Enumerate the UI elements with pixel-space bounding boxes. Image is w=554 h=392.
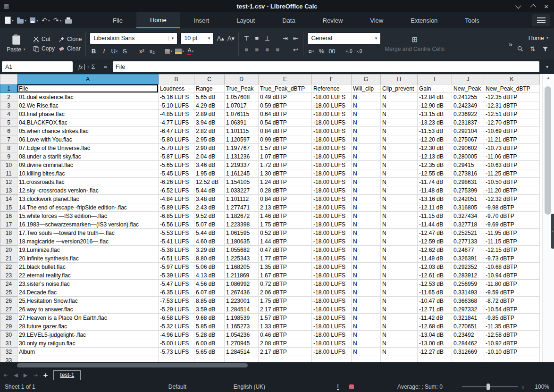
cell[interactable]: 0.49 dBTP bbox=[259, 93, 312, 101]
formula-button[interactable]: = bbox=[101, 63, 110, 70]
cell[interactable]: -18.00 LUFS bbox=[312, 127, 352, 135]
cell[interactable]: 8.85 dB bbox=[194, 297, 225, 305]
cell[interactable]: 5.65 dB bbox=[194, 348, 225, 356]
cell[interactable]: 04.BLACKFOX.flac bbox=[17, 118, 159, 127]
cell[interactable]: -18.00 LUFS bbox=[312, 288, 352, 297]
cell[interactable]: 1.277471 bbox=[225, 203, 259, 212]
cell[interactable]: -10.54 dBTP bbox=[484, 305, 540, 314]
cell[interactable]: 1.284514 bbox=[225, 305, 259, 314]
cell[interactable]: N bbox=[381, 152, 418, 161]
cell[interactable]: N bbox=[381, 237, 418, 246]
cell[interactable]: -5.16 LUFS bbox=[159, 93, 194, 101]
cell[interactable]: -11.48 dB bbox=[418, 186, 452, 195]
cell[interactable]: -11.35 dBTP bbox=[484, 322, 540, 331]
cell[interactable]: N bbox=[352, 348, 381, 356]
row-header-33[interactable]: 33 bbox=[0, 356, 17, 363]
ribbon-tab-extension[interactable]: Extension bbox=[397, 12, 451, 28]
cell[interactable]: -13.00 dB bbox=[418, 339, 452, 348]
ribbon-tab-tools[interactable]: Tools bbox=[451, 12, 493, 28]
row-header-29[interactable]: 29 bbox=[0, 322, 17, 331]
cell[interactable]: N bbox=[352, 339, 381, 348]
row-header-32[interactable]: 32 bbox=[0, 348, 17, 356]
cell[interactable]: -18.00 LUFS bbox=[312, 331, 352, 339]
maximize-button[interactable] bbox=[530, 2, 535, 10]
cell[interactable]: 2.17 dBTP bbox=[259, 348, 312, 356]
row-header-16[interactable]: 16 bbox=[0, 212, 17, 220]
row-header-25[interactable]: 25 bbox=[0, 288, 17, 297]
cell[interactable]: N bbox=[381, 246, 418, 254]
cell[interactable]: 1.77 dBTP bbox=[259, 254, 312, 263]
cell[interactable]: 2.13 dBTP bbox=[259, 203, 312, 212]
cell[interactable]: New_Peak bbox=[452, 84, 484, 93]
cell[interactable]: 1.67 dBTP bbox=[259, 271, 312, 280]
cell[interactable]: N bbox=[352, 127, 381, 135]
cell[interactable]: 0.231837 bbox=[452, 118, 484, 127]
row-header-30[interactable]: 30 bbox=[0, 331, 17, 339]
cell[interactable]: 18.magicaride —version2016—.flac bbox=[17, 237, 159, 246]
cell[interactable]: N bbox=[352, 263, 381, 271]
cell[interactable] bbox=[17, 356, 159, 363]
cell[interactable]: -10.94 dBTP bbox=[484, 271, 540, 280]
next-sheet-button[interactable]: ▶ bbox=[24, 372, 27, 378]
undo-button[interactable]: ↶▾ bbox=[42, 17, 50, 24]
cell[interactable]: -11.21 dBTP bbox=[484, 135, 540, 144]
highlight-color-button[interactable]: ▾ bbox=[175, 47, 184, 56]
cell[interactable]: -18.00 LUFS bbox=[312, 314, 352, 322]
cell[interactable]: 4.13 dB bbox=[194, 271, 225, 280]
cell[interactable]: -18.00 LUFS bbox=[312, 110, 352, 118]
cell[interactable]: -10.50 dBTP bbox=[484, 178, 540, 186]
cell[interactable]: -13.23 dB bbox=[418, 118, 452, 127]
cell[interactable]: -18.00 LUFS bbox=[312, 220, 352, 229]
cell[interactable]: N bbox=[352, 169, 381, 178]
cell[interactable]: 0.47 dBTP bbox=[259, 246, 312, 254]
cell[interactable]: 25.Hesitation Snow.flac bbox=[17, 297, 159, 305]
cell[interactable]: N bbox=[381, 127, 418, 135]
ribbon-tab-insert[interactable]: Insert bbox=[180, 12, 223, 28]
cell[interactable]: 03.final phase.flac bbox=[17, 110, 159, 118]
cell[interactable]: N bbox=[352, 152, 381, 161]
sidebar-toggle-button[interactable]: ‹ bbox=[551, 214, 554, 249]
cell[interactable]: -5.38 LUFS bbox=[159, 246, 194, 254]
cell[interactable]: -11.25 dBTP bbox=[484, 169, 540, 178]
cell[interactable]: N bbox=[381, 178, 418, 186]
row-header-7[interactable]: 7 bbox=[0, 135, 17, 144]
last-sheet-button[interactable]: ⇥ bbox=[33, 372, 37, 378]
cell[interactable]: 1.086992 bbox=[225, 280, 259, 288]
function-wizard-button[interactable]: fx bbox=[76, 63, 85, 71]
row-header-4[interactable]: 4 bbox=[0, 110, 17, 118]
cell[interactable]: N bbox=[352, 101, 381, 110]
cell[interactable]: 0.298631 bbox=[452, 178, 484, 186]
cell[interactable]: 2.06 dBTP bbox=[259, 288, 312, 297]
row-header-23[interactable]: 23 bbox=[0, 271, 17, 280]
cell[interactable]: -5.29 LUFS bbox=[159, 305, 194, 314]
cell[interactable]: -5.70 LUFS bbox=[159, 144, 194, 152]
print-button[interactable] bbox=[65, 17, 72, 24]
row-header-10[interactable]: 10 bbox=[0, 161, 17, 169]
cell[interactable]: -6.85 LUFS bbox=[159, 212, 194, 220]
ribbon-tab-data[interactable]: Data bbox=[269, 12, 309, 28]
add-decimal-button[interactable]: +.0 bbox=[345, 47, 353, 56]
cell[interactable]: N bbox=[352, 110, 381, 118]
cell[interactable]: 1.211869 bbox=[225, 271, 259, 280]
cell[interactable]: 5.65 dB bbox=[194, 93, 225, 101]
cell[interactable]: 19.Luminize.flac bbox=[17, 246, 159, 254]
row-header-12[interactable]: 12 bbox=[0, 178, 17, 186]
cell[interactable]: N bbox=[352, 195, 381, 203]
cell[interactable]: 16.1983—schwarzesmarken—(IS3 version).fl… bbox=[17, 220, 159, 229]
cell[interactable]: -12.68 dB bbox=[418, 322, 452, 331]
cell[interactable]: 1.061595 bbox=[225, 229, 259, 237]
row-header-8[interactable]: 8 bbox=[0, 144, 17, 152]
cell[interactable]: N bbox=[352, 314, 381, 322]
cell[interactable]: N bbox=[381, 144, 418, 152]
row-header-6[interactable]: 6 bbox=[0, 127, 17, 135]
search-icon[interactable] bbox=[517, 46, 523, 52]
cell[interactable]: N bbox=[352, 246, 381, 254]
cell[interactable]: 27.Heaven is a Place On Earth.flac bbox=[17, 314, 159, 322]
cell[interactable]: 2.89 dB bbox=[194, 110, 225, 118]
cell[interactable]: 0.236922 bbox=[452, 110, 484, 118]
cell[interactable]: -12.31 dBTP bbox=[484, 101, 540, 110]
active-cell[interactable]: File bbox=[17, 84, 159, 93]
cell[interactable] bbox=[312, 356, 352, 363]
cell[interactable]: Reference bbox=[312, 84, 352, 93]
cell[interactable]: -12.35 dBTP bbox=[484, 93, 540, 101]
